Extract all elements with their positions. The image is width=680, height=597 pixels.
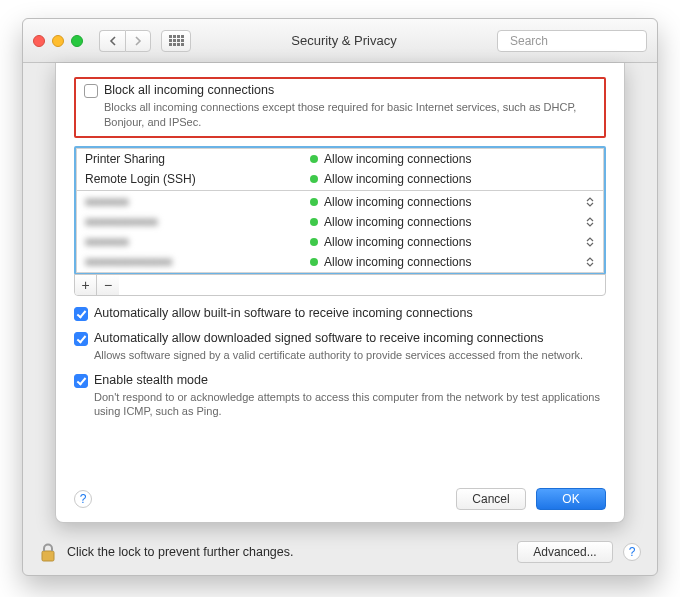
apps-list[interactable]: Printer Sharing Allow incoming connectio…	[76, 148, 604, 273]
list-item-status: Allow incoming connections	[310, 172, 595, 186]
stealth-row: Enable stealth mode Don't respond to or …	[74, 373, 606, 420]
status-stepper[interactable]	[585, 257, 595, 267]
lock-button[interactable]	[39, 541, 57, 563]
status-dot-icon	[310, 175, 318, 183]
search-field[interactable]	[497, 30, 647, 52]
block-all-label: Block all incoming connections	[104, 83, 274, 97]
chevron-down-icon	[586, 202, 594, 207]
status-text: Allow incoming connections	[324, 215, 471, 229]
status-text: Allow incoming connections	[324, 195, 471, 209]
status-text: Allow incoming connections	[324, 172, 471, 186]
block-all-row[interactable]: Block all incoming connections	[84, 83, 596, 98]
close-window-button[interactable]	[33, 35, 45, 47]
lock-text: Click the lock to prevent further change…	[67, 545, 294, 559]
chevron-right-icon	[135, 36, 142, 46]
lock-icon	[40, 543, 56, 563]
window-help-button[interactable]: ?	[623, 543, 641, 561]
minimize-window-button[interactable]	[52, 35, 64, 47]
sheet-help-button[interactable]: ?	[74, 490, 92, 508]
remove-app-button[interactable]: −	[97, 275, 119, 295]
show-all-button[interactable]	[161, 30, 191, 52]
auto-builtin-checkbox[interactable]	[74, 307, 88, 321]
window-footer: Click the lock to prevent further change…	[23, 529, 657, 575]
chevron-down-icon	[586, 222, 594, 227]
firewall-options-sheet: Block all incoming connections Blocks al…	[55, 63, 625, 523]
list-row-app[interactable]: ■■■■■■■■■■■■ Allow incoming connections	[77, 252, 603, 272]
stealth-label-row[interactable]: Enable stealth mode	[74, 373, 606, 388]
forward-button[interactable]	[125, 30, 151, 52]
status-dot-icon	[310, 238, 318, 246]
status-dot-icon	[310, 218, 318, 226]
chevron-down-icon	[586, 242, 594, 247]
status-dot-icon	[310, 155, 318, 163]
cancel-button[interactable]: Cancel	[456, 488, 526, 510]
list-item-name: Remote Login (SSH)	[85, 172, 310, 186]
search-input[interactable]	[508, 33, 662, 49]
grid-icon	[169, 35, 184, 46]
list-item-status[interactable]: Allow incoming connections	[310, 235, 585, 249]
stealth-checkbox[interactable]	[74, 374, 88, 388]
stealth-description: Don't respond to or acknowledge attempts…	[94, 390, 606, 420]
status-dot-icon	[310, 198, 318, 206]
list-row-service[interactable]: Remote Login (SSH) Allow incoming connec…	[77, 169, 603, 189]
status-text: Allow incoming connections	[324, 235, 471, 249]
window-title: Security & Privacy	[201, 33, 487, 48]
advanced-button[interactable]: Advanced...	[517, 541, 613, 563]
back-button[interactable]	[99, 30, 125, 52]
ok-button[interactable]: OK	[536, 488, 606, 510]
apps-list-highlight: Printer Sharing Allow incoming connectio…	[74, 146, 606, 275]
block-all-description: Blocks all incoming connections except t…	[104, 100, 596, 130]
auto-signed-label-row[interactable]: Automatically allow downloaded signed so…	[74, 331, 606, 346]
add-remove-group: + −	[74, 274, 606, 296]
stealth-label: Enable stealth mode	[94, 373, 208, 387]
list-row-service[interactable]: Printer Sharing Allow incoming connectio…	[77, 149, 603, 169]
options-group: Automatically allow built-in software to…	[74, 306, 606, 420]
list-item-status: Allow incoming connections	[310, 152, 595, 166]
auto-signed-row: Automatically allow downloaded signed so…	[74, 331, 606, 363]
list-item-name: Printer Sharing	[85, 152, 310, 166]
list-item-status[interactable]: Allow incoming connections	[310, 195, 585, 209]
auto-signed-label: Automatically allow downloaded signed so…	[94, 331, 544, 345]
list-row-app[interactable]: ■■■■■■ Allow incoming connections	[77, 232, 603, 252]
list-item-name: ■■■■■■	[85, 235, 310, 249]
chevron-down-icon	[586, 262, 594, 267]
chevron-left-icon	[109, 36, 116, 46]
status-text: Allow incoming connections	[324, 152, 471, 166]
list-item-name: ■■■■■■	[85, 195, 310, 209]
auto-builtin-label: Automatically allow built-in software to…	[94, 306, 473, 320]
prefs-window: Security & Privacy Block all incoming co…	[22, 18, 658, 576]
auto-builtin-row: Automatically allow built-in software to…	[74, 306, 606, 321]
list-item-status[interactable]: Allow incoming connections	[310, 255, 585, 269]
list-row-app[interactable]: ■■■■■■■■■■ Allow incoming connections	[77, 212, 603, 232]
block-all-checkbox[interactable]	[84, 84, 98, 98]
zoom-window-button[interactable]	[71, 35, 83, 47]
status-stepper[interactable]	[585, 217, 595, 227]
status-stepper[interactable]	[585, 237, 595, 247]
add-app-button[interactable]: +	[75, 275, 97, 295]
block-all-group: Block all incoming connections Blocks al…	[74, 77, 606, 138]
status-text: Allow incoming connections	[324, 255, 471, 269]
auto-builtin-label-row[interactable]: Automatically allow built-in software to…	[74, 306, 606, 321]
traffic-lights	[33, 35, 83, 47]
window-toolbar: Security & Privacy	[23, 19, 657, 63]
list-row-app[interactable]: ■■■■■■ Allow incoming connections	[77, 192, 603, 212]
nav-segment	[99, 30, 151, 52]
list-item-name: ■■■■■■■■■■■■	[85, 255, 310, 269]
svg-rect-2	[42, 551, 54, 561]
list-separator	[77, 190, 603, 191]
status-stepper[interactable]	[585, 197, 595, 207]
auto-signed-checkbox[interactable]	[74, 332, 88, 346]
list-item-name: ■■■■■■■■■■	[85, 215, 310, 229]
status-dot-icon	[310, 258, 318, 266]
auto-signed-description: Allows software signed by a valid certif…	[94, 348, 606, 363]
list-item-status[interactable]: Allow incoming connections	[310, 215, 585, 229]
sheet-footer: ? Cancel OK	[74, 488, 606, 510]
